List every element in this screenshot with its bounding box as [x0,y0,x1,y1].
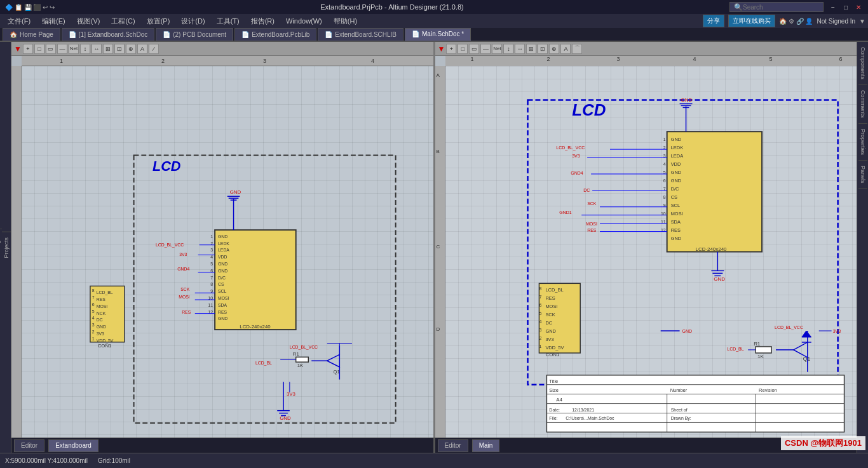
svg-text:3V3: 3V3 [179,252,187,257]
right-sidebar-comments[interactable]: Comments [858,85,867,124]
right-tool-line[interactable]: — [480,44,491,54]
menu-tools[interactable]: 工具(T) [212,15,245,27]
menu-view[interactable]: 视图(V) [72,15,105,27]
buy-button[interactable]: 立即在线购买 [728,15,775,27]
svg-text:LEDK: LEDK [218,241,229,246]
svg-text:GND4: GND4 [177,267,189,271]
left-r1[interactable] [296,357,309,362]
main-area: Projects Messages Navigator SCH Filter S… [0,42,868,453]
menu-design[interactable]: 设计(D) [176,15,210,27]
tab-pcblib[interactable]: 📄 ExtendBoard.PcbLib [234,28,316,41]
search-input[interactable] [743,4,819,11]
svg-text:DC: DC [583,188,590,192]
menu-file[interactable]: 文件(F) [3,15,36,27]
right-tool-8[interactable]: ⊡ [538,44,548,54]
svg-text:4: 4 [663,162,665,166]
menu-bar: 文件(F) 编辑(E) 视图(V) 工程(C) 放置(P) 设计(D) 工具(T… [0,14,868,28]
svg-text:Drawn By:: Drawn By: [670,416,691,421]
right-canvas[interactable]: LCD GND LEDK LEDA VDD GND [445,66,857,438]
svg-text:SDA: SDA [218,303,227,307]
right-sidebar-components[interactable]: Components [858,42,867,85]
bottom-tab-editor-left[interactable]: Editor [14,439,44,452]
svg-text:7: 7 [539,295,541,299]
tab-schDoc[interactable]: 📄 [1] Extandboard.SchDoc [62,28,154,41]
svg-text:GND: GND [218,269,227,273]
bottom-tab-extandboard[interactable]: Extandboard [48,439,98,452]
right-con1[interactable] [539,283,580,353]
right-ruler-h: 1 2 3 4 5 6 [445,56,857,66]
right-tool-7[interactable]: ⊞ [526,44,536,54]
menu-project[interactable]: 工程(C) [106,15,140,27]
close-button[interactable]: ✕ [854,3,863,11]
tool-add[interactable]: + [23,44,33,54]
tool-rect[interactable]: □ [34,44,44,54]
menu-help[interactable]: 帮助(H) [329,15,362,27]
tool-6[interactable]: ↔ [92,44,102,54]
sidebar-messages[interactable]: Messages [0,229,2,265]
tool-net[interactable]: Net [69,44,79,54]
svg-text:MOSI: MOSI [179,295,190,299]
left-canvas[interactable]: LCD GND LEDK LEDA VDD GND [22,66,433,438]
svg-text:1: 1 [539,344,541,349]
svg-text:A4: A4 [556,397,562,403]
minimize-button[interactable]: − [829,3,837,11]
svg-text:GND: GND [681,97,692,103]
svg-text:LCD_BL_VCC: LCD_BL_VCC [556,145,585,150]
tab-home[interactable]: 🏠 Home Page [3,28,60,41]
svg-text:D/C: D/C [218,276,226,280]
svg-text:LCD_BL_VCC: LCD_BL_VCC [775,325,803,330]
tab-pcb[interactable]: 📄 (2) PCB Document [156,28,233,41]
right-tool-5[interactable]: ↕ [503,44,513,54]
bottom-tab-editor-right[interactable]: Editor [438,439,468,452]
svg-text:Title: Title [549,378,558,384]
bottom-tab-main[interactable]: Main [472,439,500,452]
tool-7[interactable]: ⊞ [103,44,113,54]
right-schematic-panel[interactable]: ▼ + □ ▭ — Net ↕ ↔ ⊞ ⊡ ⊕ A ⌒ [435,42,857,438]
svg-text:LCD-240x240: LCD-240x240 [240,324,271,330]
user-status: Not Signed In [817,18,855,25]
right-r1[interactable] [756,347,771,353]
bottom-editor-bar: Editor Extandboard Editor Main [11,438,857,453]
right-tool-rect[interactable]: □ [458,44,468,54]
right-sidebar-panels[interactable]: Panels [858,161,867,189]
svg-text:RES: RES [587,228,597,232]
right-tool-text[interactable]: A [560,44,571,54]
tool-rect2[interactable]: ▭ [46,44,56,54]
tab-main[interactable]: 📄 Main.SchDoc * [405,28,471,41]
svg-text:GND: GND [218,316,227,321]
maximize-button[interactable]: □ [841,3,850,11]
svg-text:LCD_BL_VCC: LCD_BL_VCC [290,345,318,350]
svg-text:RES: RES [97,297,106,302]
svg-text:3: 3 [92,323,95,327]
menu-place[interactable]: 放置(P) [142,15,175,27]
sidebar-projects[interactable]: Projects [2,232,11,264]
filter-icon[interactable]: ▼ [14,44,22,53]
search-box[interactable]: 🔍 [729,2,824,12]
right-filter-icon[interactable]: ▼ [438,44,445,53]
right-tool-net[interactable]: Net [492,44,502,54]
tool-9[interactable]: ⊕ [126,44,136,54]
tool-draw[interactable]: ∕ [149,44,159,54]
right-tool-9[interactable]: ⊕ [549,44,559,54]
right-sidebar-properties[interactable]: Properties [858,124,867,161]
tool-8[interactable]: ⊡ [114,44,125,54]
tab-schlib[interactable]: 📄 ExtendBoard.SCHLIB [318,28,403,41]
tool-5[interactable]: ↕ [80,44,90,54]
right-tool-arc[interactable]: ⌒ [572,44,582,54]
left-schematic-panel[interactable]: ▼ + □ ▭ — Net ↕ ↔ ⊞ ⊡ ⊕ A ∕ [11,42,435,438]
right-tool-6[interactable]: ↔ [515,44,525,54]
svg-text:3: 3 [210,248,213,253]
share-button[interactable]: 分享 [703,15,724,27]
menu-edit[interactable]: 编辑(E) [37,15,71,27]
svg-text:3V3: 3V3 [545,337,553,342]
menu-reports[interactable]: 报告(R) [246,15,280,27]
svg-text:LCD_BL: LCD_BL [727,347,743,352]
right-tool-add[interactable]: + [446,44,456,54]
right-tool-rect2[interactable]: ▭ [469,44,479,54]
right-schematic-svg: LCD GND LEDK LEDA VDD GND [445,66,857,438]
menu-window[interactable]: Window(W) [281,16,327,26]
svg-text:File:: File: [549,416,557,420]
svg-text:SCL: SCL [670,203,680,208]
tool-text[interactable]: A [137,44,147,54]
tool-line[interactable]: — [57,44,67,54]
